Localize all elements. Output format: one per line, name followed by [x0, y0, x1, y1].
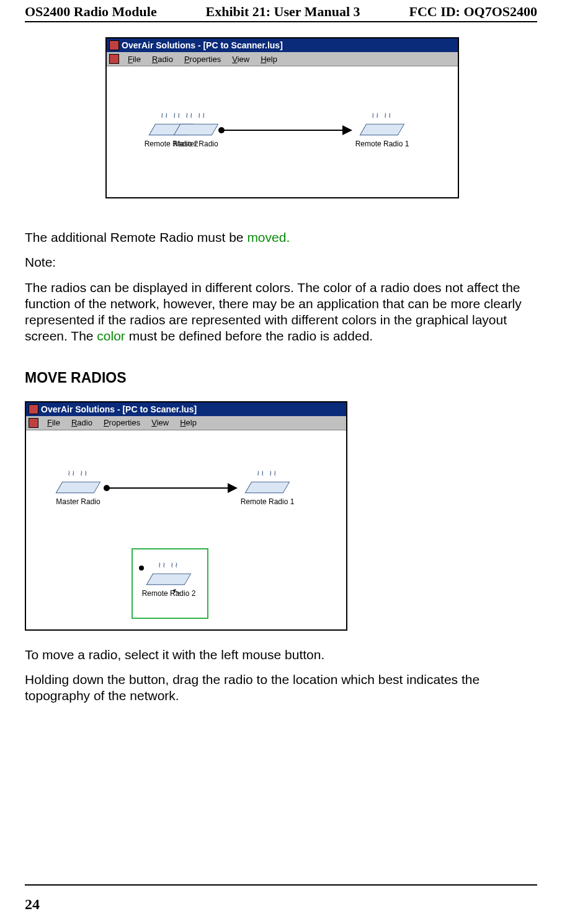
- radio-remote1-b[interactable]: ≀≀ ≀≀ Remote Radio 1: [240, 480, 295, 506]
- text-fragment: must be defined before the radio is adde…: [125, 329, 373, 343]
- paragraph-select: To move a radio, select it with the left…: [25, 647, 537, 663]
- paragraph-colors: The radios can be displayed in different…: [25, 280, 537, 345]
- menu-file[interactable]: File: [123, 55, 146, 64]
- radio-label-remote1b: Remote Radio 1: [240, 497, 295, 506]
- link-color[interactable]: color: [97, 329, 125, 343]
- connection-line-2: [107, 487, 231, 489]
- header-center: Exhibit 21: User Manual 3: [206, 4, 360, 20]
- menu-file-2[interactable]: File: [42, 418, 65, 427]
- connection-line-1: [221, 130, 346, 131]
- radio-icon: [245, 481, 290, 492]
- section-heading-move-radios: MOVE RADIOS: [25, 370, 537, 386]
- radio-icon: [360, 124, 405, 135]
- radio-icon: [146, 573, 192, 584]
- page-number: 24: [25, 896, 40, 913]
- titlebar-2: OverAir Solutions - [PC to Scaner.lus]: [26, 402, 346, 416]
- note-label: Note:: [25, 254, 537, 270]
- antenna-icon: ≀≀ ≀≀: [68, 469, 88, 478]
- antenna-icon: ≀≀ ≀≀: [161, 111, 181, 120]
- menu-view[interactable]: View: [227, 55, 254, 64]
- menu-radio-2[interactable]: Radio: [66, 418, 97, 427]
- antenna-icon: ≀≀ ≀≀: [372, 111, 392, 120]
- radio-label-masterb: Master Radio: [51, 497, 105, 506]
- radio-label-mastera: Master Radio: [169, 140, 223, 148]
- radio-remote1-a[interactable]: ≀≀ ≀≀ Remote Radio 1: [355, 122, 409, 148]
- menu-properties[interactable]: Properties: [179, 55, 226, 64]
- connection-dot: [139, 566, 144, 571]
- app-window-1: OverAir Solutions - [PC to Scanner.lus] …: [105, 37, 459, 198]
- menu-radio[interactable]: Radio: [147, 55, 178, 64]
- antenna-icon: ≀≀ ≀≀: [158, 561, 179, 569]
- window-title-2: OverAir Solutions - [PC to Scaner.lus]: [41, 402, 197, 416]
- header-left: OS2400 Radio Module: [25, 4, 157, 20]
- menubar-2: File Radio Properties View Help: [26, 416, 346, 430]
- radio-label-remote2b: Remote Radio 2: [141, 589, 196, 598]
- app-icon: [29, 404, 38, 414]
- footer-rule: [25, 884, 537, 886]
- paragraph-moved: The additional Remote Radio must be move…: [25, 229, 537, 246]
- menu-help-2[interactable]: Help: [175, 418, 202, 427]
- canvas-1[interactable]: ≀≀ ≀≀ Remote Radio 2 ≀≀ ≀≀ Master Radio …: [107, 66, 458, 198]
- menu-view-2[interactable]: View: [146, 418, 174, 427]
- arrowhead-icon: [342, 125, 352, 135]
- header-rule: [25, 21, 537, 22]
- text-fragment: The additional Remote Radio must be: [25, 230, 247, 244]
- paragraph-drag: Holding down the button, drag the radio …: [25, 672, 537, 704]
- radio-icon: [174, 124, 219, 135]
- link-moved[interactable]: moved.: [247, 230, 290, 244]
- window-title-1: OverAir Solutions - [PC to Scanner.lus]: [122, 38, 283, 52]
- radio-master-overlap[interactable]: ≀≀ ≀≀ Master Radio: [169, 122, 223, 148]
- radio-master-b[interactable]: ≀≀ ≀≀ Master Radio: [51, 480, 105, 506]
- app-window-2: OverAir Solutions - [PC to Scaner.lus] F…: [25, 401, 347, 631]
- menubar-icon: [109, 54, 119, 64]
- antenna-icon: ≀≀ ≀≀: [257, 469, 277, 478]
- titlebar-1: OverAir Solutions - [PC to Scanner.lus]: [107, 38, 458, 52]
- arrowhead-icon: [228, 483, 238, 493]
- canvas-2[interactable]: ≀≀ ≀≀ Master Radio ≀≀ ≀≀ Remote Radio 1 …: [26, 430, 346, 630]
- menu-properties-2[interactable]: Properties: [99, 418, 145, 427]
- header-right: FCC ID: OQ7OS2400: [409, 4, 537, 20]
- radio-icon: [56, 481, 101, 492]
- app-icon: [109, 40, 119, 50]
- menu-help[interactable]: Help: [256, 55, 282, 64]
- menubar-icon: [29, 418, 38, 428]
- menubar-1: File Radio Properties View Help: [107, 52, 458, 66]
- radio-remote2-selected[interactable]: ≀≀ ≀≀ Remote Radio 2: [141, 572, 196, 598]
- antenna-icon: ≀≀ ≀≀: [185, 111, 206, 120]
- radio-label-remote1a: Remote Radio 1: [355, 140, 409, 148]
